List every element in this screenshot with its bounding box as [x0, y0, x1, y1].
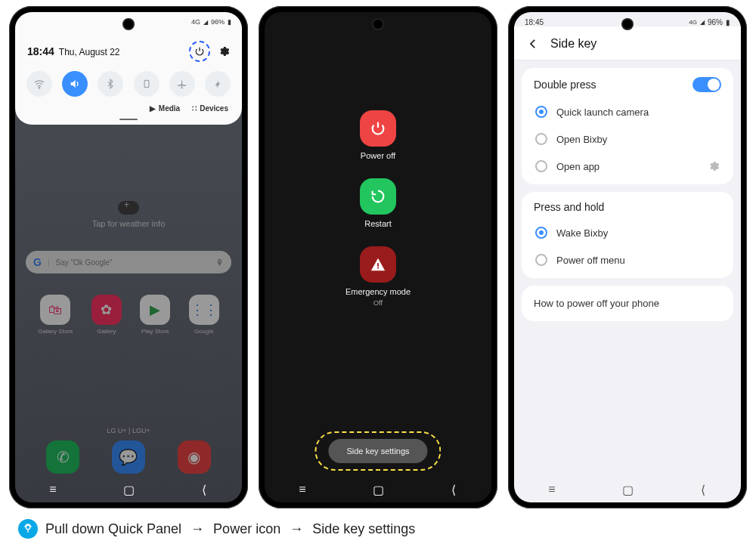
double-press-card: Double press Quick launch cameraOpen Bix… [522, 68, 733, 184]
app-galaxy-store[interactable]: 🛍Galaxy Store [38, 295, 73, 335]
press-hold-title: Press and hold [534, 201, 604, 213]
app-icon: ▶ [140, 295, 170, 325]
app-play-store[interactable]: ▶Play Store [140, 295, 170, 335]
flashlight-icon [213, 79, 223, 89]
toggle-wifi[interactable] [26, 71, 52, 97]
nav-back-icon[interactable]: ⟨ [197, 483, 211, 496]
clock-time: 18:44 [27, 45, 54, 57]
nav-home-icon[interactable]: ▢ [371, 483, 385, 496]
devices-button[interactable]: ∷ Devices [192, 104, 228, 113]
power-emergency-mode[interactable]: Emergency modeOff [345, 246, 411, 307]
option-label: Open app [556, 161, 600, 172]
camera-hole [373, 20, 383, 29]
weather-widget[interactable]: Tap for weather info [26, 201, 231, 228]
search-hint: Say "Ok Google" [56, 258, 211, 267]
app-icon: ⋮⋮ [189, 295, 219, 325]
toggle-airplane[interactable] [169, 71, 195, 97]
how-to-power-off[interactable]: How to power off your phone [522, 286, 733, 321]
quick-panel[interactable]: 4G ◢ 96% ▮ 18:44 Thu, August 22 [15, 12, 242, 125]
restart-icon [360, 178, 396, 215]
page-title: Side key [550, 37, 596, 51]
google-search-bar[interactable]: G | Say "Ok Google" 🎙 [26, 251, 231, 273]
carrier-label: LG U+ | LGU+ [15, 427, 242, 434]
svg-point-2 [26, 525, 29, 529]
media-button[interactable]: ▶ Media [150, 104, 180, 113]
app-label: Gallery [97, 328, 116, 335]
gear-icon[interactable] [708, 160, 720, 172]
press-hold-option-power-off-menu[interactable]: Power off menu [534, 246, 721, 273]
nav-back-icon[interactable]: ⟨ [447, 483, 460, 496]
app-label: Galaxy Store [38, 328, 73, 335]
instruction-caption: Pull down Quick Panel → Power icon → Sid… [0, 508, 756, 539]
radio-icon [535, 254, 547, 266]
nav-bar: ≡ ▢ ⟨ [265, 477, 491, 502]
dock-app[interactable]: 💬 [112, 440, 145, 474]
press-hold-card: Press and hold Wake BixbyPower off menu [522, 192, 733, 278]
settings-gear-icon[interactable] [218, 45, 230, 57]
back-arrow-icon[interactable] [526, 37, 540, 51]
nav-home-icon[interactable]: ▢ [621, 483, 634, 496]
panel-drag-handle[interactable] [119, 119, 138, 120]
battery-percent: 96% [211, 18, 225, 26]
power-icon[interactable] [189, 41, 210, 62]
option-label: Power off menu [556, 255, 625, 266]
dock-app[interactable]: ✆ [46, 440, 79, 474]
option-label: Wake Bixby [556, 227, 608, 239]
radio-icon [535, 160, 547, 172]
rotation-icon [141, 79, 152, 89]
caption-step2: Power icon [213, 521, 280, 537]
nav-recents-icon[interactable]: ≡ [296, 483, 309, 496]
option-label: Quick launch camera [556, 107, 649, 118]
caption-step3: Side key settings [312, 521, 415, 537]
option-label: Open Bixby [556, 134, 607, 145]
camera-hole [124, 20, 133, 29]
battery-percent: 96% [708, 18, 723, 26]
airplane-icon [176, 79, 187, 90]
double-press-toggle[interactable] [692, 77, 721, 92]
toggle-flashlight[interactable] [205, 71, 231, 97]
phone-quick-panel: 4G ◢ 96% ▮ 18:44 Thu, August 22 [9, 6, 248, 508]
press-hold-option-wake-bixby[interactable]: Wake Bixby [534, 219, 721, 246]
double-press-option-open-app[interactable]: Open app [534, 153, 721, 180]
power-icon [360, 110, 396, 147]
app-label: Play Store [141, 328, 169, 335]
app-icon: ✿ [91, 295, 122, 325]
arrow-icon: → [191, 521, 204, 537]
radio-icon [535, 133, 547, 145]
weather-tap-label: Tap for weather info [26, 219, 231, 228]
double-press-option-open-bixby[interactable]: Open Bixby [534, 125, 721, 153]
power-restart[interactable]: Restart [360, 178, 396, 228]
status-bar: 4G ◢ 96% ▮ [191, 18, 231, 26]
toggle-rotation[interactable] [134, 71, 160, 97]
app-google[interactable]: ⋮⋮Google [189, 295, 219, 335]
tap-gesture-icon [18, 519, 38, 539]
nav-home-icon[interactable]: ▢ [122, 483, 135, 496]
nav-back-icon[interactable]: ⟨ [696, 483, 710, 496]
nav-recents-icon[interactable]: ≡ [46, 483, 60, 496]
nav-recents-icon[interactable]: ≡ [545, 483, 559, 496]
power-item-label: Emergency mode [345, 287, 411, 296]
network-indicator: 4G [191, 18, 200, 26]
power-power-off[interactable]: Power off [360, 110, 396, 160]
dock-app[interactable]: ◉ [178, 440, 211, 474]
caption-step1: Pull down Quick Panel [45, 521, 181, 537]
app-icon: 💬 [112, 440, 145, 474]
toggle-sound[interactable] [62, 71, 88, 97]
radio-icon [535, 106, 547, 118]
double-press-option-quick-launch-camera[interactable]: Quick launch camera [534, 98, 721, 125]
google-g-icon: G [33, 256, 42, 268]
bluetooth-icon [105, 79, 116, 89]
app-gallery[interactable]: ✿Gallery [91, 295, 122, 335]
clock-time: 18:45 [525, 18, 544, 26]
radio-icon [535, 227, 547, 239]
alert-icon [360, 246, 396, 283]
camera-hole [623, 20, 632, 29]
app-label: Google [194, 328, 214, 335]
nav-bar: ≡ ▢ ⟨ [15, 477, 242, 502]
phone-power-menu: Power offRestartEmergency modeOff Side k… [259, 6, 497, 508]
phone-side-key-settings: 18:45 4G ◢ 96% ▮ Side key Double press [508, 6, 747, 508]
home-screen-dimmed: Tap for weather info G | Say "Ok Google"… [15, 148, 242, 502]
wifi-icon [33, 78, 45, 90]
mic-icon[interactable]: 🎙 [216, 258, 224, 267]
toggle-bluetooth[interactable] [98, 71, 123, 97]
